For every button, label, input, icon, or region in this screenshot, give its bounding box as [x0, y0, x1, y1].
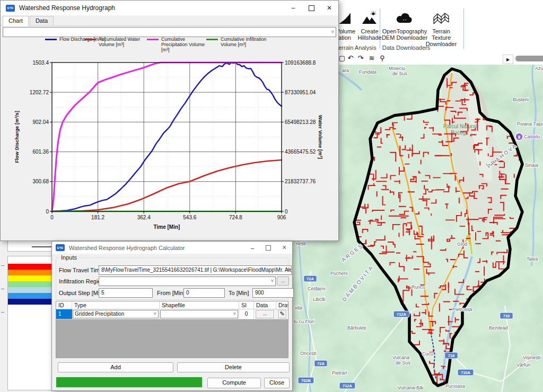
- color-ramp-row[interactable]: [8, 299, 51, 305]
- map-scale-slider[interactable]: [515, 56, 543, 61]
- maximize-glyph: [266, 245, 271, 251]
- town-label: Pietrari: [332, 370, 347, 376]
- play-button[interactable]: ▶: [503, 55, 513, 64]
- row-data-cell[interactable]: ...: [254, 309, 276, 319]
- svg-text:1202.72: 1202.72: [30, 90, 49, 95]
- ribbon-button-label: ation: [338, 34, 351, 41]
- color-ramp-row[interactable]: [8, 287, 51, 293]
- inputs-group-label: Inputs: [59, 254, 78, 261]
- row-si-cell[interactable]: 0: [239, 309, 254, 319]
- town-label: Talea: [527, 256, 538, 262]
- close-button[interactable]: ✕: [276, 242, 292, 254]
- table-row: 1 Gridded Precipitation˅ ˅ 0 ... ✎: [56, 309, 288, 319]
- close-button[interactable]: Close: [264, 378, 290, 388]
- browse-button[interactable]: ...: [277, 277, 289, 286]
- town-label: Azuga: [535, 66, 543, 71]
- river-waves-icon[interactable]: ≋: [367, 54, 376, 62]
- color-ramp-row[interactable]: [8, 264, 51, 270]
- maximize-button[interactable]: [302, 1, 320, 15]
- ribbon-button-label: Create: [361, 28, 378, 34]
- ribbon-group-label: Data Downloaders: [382, 44, 431, 51]
- color-ramp-row[interactable]: [8, 275, 51, 281]
- legend-line-swatch: [206, 39, 218, 40]
- undo-icon[interactable]: ↶: [346, 54, 355, 62]
- town-label: Vârfuri: [516, 362, 531, 368]
- town-label: ara: [342, 68, 349, 73]
- town-label: Poiana Țapului: [517, 121, 543, 127]
- calculator-window: ETE Watershed Response Hydrograph Calcul…: [51, 241, 293, 391]
- output-step-input[interactable]: 5: [99, 288, 153, 298]
- hydrograph-tabstrip: Chart Data: [1, 15, 338, 26]
- road-shield-label: 712A: [343, 384, 353, 388]
- color-ramp-row[interactable]: [8, 270, 51, 275]
- flow-travel-time-value: 8\MyFlowTravelTime_32155416632026741.tif…: [101, 267, 292, 273]
- svg-text:543.6: 543.6: [183, 215, 196, 220]
- town-label: Bezdead: [489, 325, 508, 331]
- legend-line-swatch: [84, 39, 96, 40]
- legend-line-swatch: [45, 39, 57, 40]
- ribbon-separator: [463, 8, 464, 49]
- town-label: Pietroșița: [452, 307, 472, 312]
- delete-button[interactable]: Delete: [177, 362, 290, 372]
- result-selector-combobox[interactable]: ˅: [3, 27, 336, 37]
- infiltration-regions-combobox[interactable]: ˅: [99, 277, 276, 286]
- legend-label: Cumulative Precipitation Volume [m³]: [161, 37, 205, 52]
- ribbon-group-label: errain Analysis: [338, 44, 376, 51]
- svg-text:Water Volume [m³]: Water Volume [m³]: [318, 115, 323, 159]
- color-ramp-row[interactable]: [8, 293, 51, 299]
- header-data: Data: [254, 301, 276, 309]
- svg-text:109163688.8: 109163688.8: [285, 60, 316, 66]
- svg-text:362.4: 362.4: [137, 215, 151, 220]
- chevron-down-icon: ˅: [271, 277, 274, 285]
- splitter-handle[interactable]: [7, 240, 51, 252]
- panel-tick: [1, 265, 4, 266]
- hydrograph-window: ETE Watershed Response Hydrograph – ✕ Ch…: [0, 0, 339, 241]
- hillshade-icon: [362, 10, 378, 26]
- hydrograph-titlebar[interactable]: ETE Watershed Response Hydrograph – ✕: [1, 1, 338, 15]
- header-id: ID: [56, 301, 72, 309]
- legend-label: Accumulated Water Volume [m³]: [99, 37, 144, 47]
- chevron-down-icon: ˅: [154, 310, 156, 317]
- flow-travel-time-combobox[interactable]: 8\MyFlowTravelTime_32155416632026741.tif…: [99, 265, 292, 275]
- calculator-titlebar[interactable]: ETE Watershed Response Hydrograph Calcul…: [52, 242, 292, 254]
- ribbon-button-label: Texture: [432, 34, 451, 41]
- location-pin-icon[interactable]: ⚲: [378, 54, 387, 62]
- chevron-down-icon: ˅: [287, 265, 290, 274]
- town-label: nești: [296, 241, 306, 246]
- town-label: Cucu: [422, 351, 433, 357]
- minimize-button[interactable]: –: [284, 1, 302, 15]
- panel-tick: [1, 312, 4, 313]
- town-label: Pucioasa: [445, 384, 465, 389]
- area-volume-icon: [337, 10, 352, 26]
- row-type-cell[interactable]: Gridded Precipitation˅: [72, 309, 160, 319]
- row-id-cell[interactable]: 1: [56, 309, 72, 319]
- type-value: Gridded Precipitation: [75, 311, 124, 317]
- add-button[interactable]: Add: [58, 362, 173, 372]
- road-shield-label: 712A: [397, 312, 407, 317]
- svg-text:1503.4: 1503.4: [32, 60, 49, 66]
- pencil-icon[interactable]: ✎: [278, 310, 286, 318]
- row-draw-cell[interactable]: ✎: [276, 309, 288, 319]
- row-shapefile-cell[interactable]: ˅: [160, 309, 239, 319]
- minimize-button[interactable]: –: [244, 242, 260, 254]
- data-button[interactable]: ...: [256, 310, 274, 318]
- town-label: Bărbuleți: [347, 325, 366, 331]
- color-ramp-row[interactable]: [8, 281, 51, 287]
- town-label: lu cu Flori: [294, 319, 314, 324]
- close-button[interactable]: ✕: [320, 1, 338, 15]
- to-input[interactable]: 900: [252, 288, 294, 298]
- tab-data[interactable]: Data: [30, 16, 54, 25]
- cloud-download-icon: [396, 10, 414, 26]
- town-label: Bușteni: [513, 97, 529, 102]
- tab-chart[interactable]: Chart: [3, 16, 29, 26]
- from-input[interactable]: 0: [183, 288, 225, 298]
- redo-icon[interactable]: ↷: [356, 54, 365, 62]
- maximize-button[interactable]: [260, 242, 276, 254]
- window-title: Watershed Response Hydrograph: [19, 4, 115, 12]
- from-label: From [Min]: [157, 290, 185, 296]
- compute-button[interactable]: Compute: [207, 378, 261, 388]
- svg-text:Time [Min]: Time [Min]: [154, 224, 180, 230]
- road-shield-label: 702B: [301, 378, 311, 383]
- flow-travel-time-label: Flow Travel Time: [59, 267, 103, 273]
- ribbon-button-terrain-texture-downloader[interactable]: TerrainTextureDownloader: [422, 10, 460, 47]
